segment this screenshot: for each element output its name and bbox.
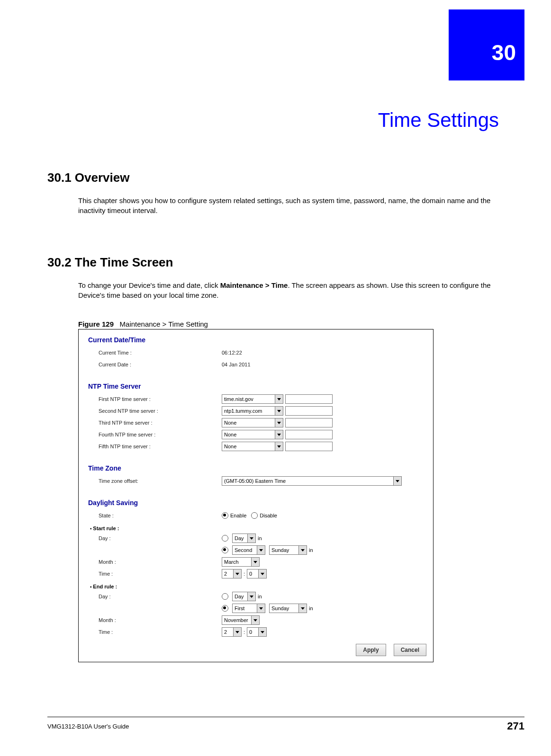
tz-label: Time zone offset: [99,478,222,484]
dst-end-day-select[interactable]: Day [232,592,256,601]
dropdown-arrow-icon [275,442,283,451]
time-colon: : [244,629,245,635]
dst-disable-radio[interactable] [251,512,258,519]
ntp3-select[interactable]: None [222,418,283,427]
dropdown-arrow-icon [258,628,266,636]
page: 30 CHAPTER Time Settings 30.1 Overview T… [0,0,551,756]
ntp1-select[interactable]: time.nist.gov [222,394,283,404]
ntp3-value: None [224,420,236,426]
ntp4-input[interactable] [285,430,333,439]
dst-start-day-label: Day : [99,535,222,541]
body-bold: Maintenance > Time [220,281,288,289]
figure-caption: Figure 129 Maintenance > Time Setting [78,320,499,328]
dropdown-arrow-icon [257,604,265,613]
section-30-1-body: This chapter shows you how to configure … [78,196,499,215]
dst-start-month-label: Month : [99,559,222,565]
ntp2-value: ntp1.tummy.com [224,408,262,414]
tz-value: (GMT-05:00) Eastern Time [224,478,286,484]
section-30-1-heading: 30.1 Overview [47,170,499,185]
dst-start-day-radio-rule[interactable] [222,547,228,553]
footer-page-number: 271 [507,720,524,732]
ntp4-label: Fourth NTP time server : [99,432,222,437]
dropdown-arrow-icon [233,628,241,636]
ntp3-label: Third NTP time server : [99,420,222,426]
ntp5-label: Fifth NTP time server : [99,444,222,449]
footer-guide: VMG1312-B10A User's Guide [47,723,129,730]
dst-end-day-value: Day [235,594,244,599]
dropdown-arrow-icon [275,418,283,427]
page-footer: VMG1312-B10A User's Guide 271 [47,717,524,732]
in-word: in [309,547,313,553]
dropdown-arrow-icon [247,592,255,601]
dst-start-day-radio-fixed[interactable] [222,535,228,542]
ntp5-input[interactable] [285,442,333,451]
dst-end-day-radio-fixed[interactable] [222,593,228,600]
dst-enable-radio[interactable] [222,512,228,519]
time-colon: : [244,571,245,577]
in-word: in [258,594,262,599]
current-date-label: Current Date : [99,362,222,367]
dst-end-dow-value: Sunday [271,605,289,611]
apply-button[interactable]: Apply [356,644,386,656]
dst-end-month-value: November [224,617,248,623]
dst-end-title: End rule : [90,584,426,589]
dropdown-arrow-icon [251,616,259,624]
dst-start-dow-value: Sunday [271,547,289,553]
dst-end-time-label: Time : [99,629,222,635]
in-word: in [258,535,262,541]
group-current-title: Current Date/Time [88,336,426,344]
ntp1-input[interactable] [285,394,333,404]
dst-end-day-label: Day : [99,594,222,599]
dst-end-hour-select[interactable]: 2 [222,627,242,637]
chapter-tab: 30 [449,9,524,80]
dst-start-ord-select[interactable]: Second [232,545,265,555]
dst-enable-text: Enable [230,513,246,518]
dst-start-hour-value: 2 [224,571,227,577]
dropdown-arrow-icon [251,558,259,566]
figure-text: Maintenance > Time Setting [120,320,208,328]
ntp5-select[interactable]: None [222,442,283,451]
ntp1-label: First NTP time server : [99,396,222,402]
dropdown-arrow-icon [275,430,283,439]
dst-start-day-value: Day [235,535,244,541]
dropdown-arrow-icon [393,477,401,485]
dst-start-dow-select[interactable]: Sunday [269,545,307,555]
chapter-word: CHAPTER [410,43,442,50]
time-settings-screenshot: Current Date/Time Current Time : 06:12:2… [78,329,434,662]
dst-start-month-select[interactable]: March [222,557,260,567]
group-dst-title: Daylight Saving [88,499,426,507]
dst-start-day-select[interactable]: Day [232,534,256,543]
dst-start-ord-value: Second [235,547,252,553]
section-30-2-body: To change your Device's time and date, c… [78,280,499,300]
dst-start-hour-select[interactable]: 2 [222,569,242,578]
dst-end-day-radio-rule[interactable] [222,605,228,612]
dst-end-dow-select[interactable]: Sunday [269,604,307,613]
content-area: 30.1 Overview This chapter shows you how… [47,170,499,662]
dropdown-arrow-icon [298,604,307,613]
ntp2-input[interactable] [285,406,333,416]
dropdown-arrow-icon [275,407,283,415]
body-prefix: To change your Device's time and date, c… [78,281,220,289]
dropdown-arrow-icon [258,569,266,578]
ntp5-value: None [224,444,236,449]
dst-end-month-label: Month : [99,617,222,623]
group-tz-title: Time Zone [88,464,426,472]
ntp3-input[interactable] [285,418,333,427]
current-date-value: 04 Jan 2011 [222,362,251,367]
dst-end-min-select[interactable]: 0 [247,627,267,637]
dst-end-month-select[interactable]: November [222,615,260,625]
dst-start-title: Start rule : [90,525,426,531]
ntp4-select[interactable]: None [222,430,283,439]
dst-start-month-value: March [224,559,239,565]
dst-disable-text: Disable [260,513,277,518]
ntp1-value: time.nist.gov [224,396,253,402]
dst-end-ord-select[interactable]: First [232,604,265,613]
group-ntp-title: NTP Time Server [88,382,426,390]
dst-end-min-value: 0 [249,629,252,635]
tz-select[interactable]: (GMT-05:00) Eastern Time [222,476,402,486]
dropdown-arrow-icon [233,569,241,578]
dst-start-min-select[interactable]: 0 [247,569,267,578]
ntp2-select[interactable]: ntp1.tummy.com [222,406,283,416]
cancel-button[interactable]: Cancel [394,644,426,656]
current-time-label: Current Time : [99,350,222,356]
